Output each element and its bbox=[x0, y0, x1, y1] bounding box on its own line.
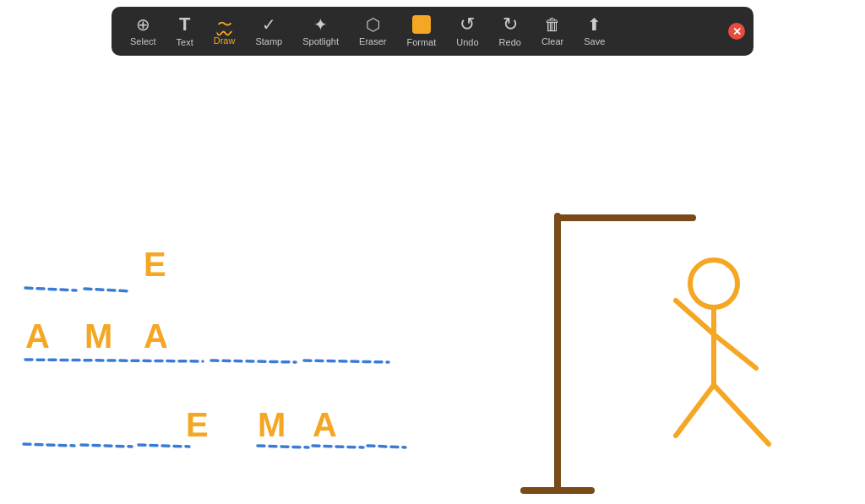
svg-point-14 bbox=[690, 260, 737, 307]
letter-A-row3: A bbox=[313, 406, 339, 444]
svg-line-5 bbox=[24, 444, 74, 446]
canvas-area[interactable]: E A M A E M A bbox=[0, 56, 865, 495]
svg-line-17 bbox=[714, 334, 756, 368]
svg-line-19 bbox=[714, 385, 769, 444]
letter-E-row1: E bbox=[144, 246, 168, 284]
letter-A2-row2: A bbox=[144, 317, 170, 355]
undo-icon: ↺ bbox=[460, 15, 475, 34]
drawing-svg bbox=[0, 56, 865, 495]
tool-draw-label: Draw bbox=[214, 35, 236, 46]
letter-A-row2: A bbox=[25, 317, 52, 355]
redo-icon: ↻ bbox=[503, 15, 518, 34]
svg-line-18 bbox=[676, 385, 714, 436]
stamp-icon: ✓ bbox=[262, 16, 276, 33]
tool-text[interactable]: T Text bbox=[166, 12, 204, 51]
svg-line-2 bbox=[25, 360, 203, 361]
svg-line-1 bbox=[84, 289, 131, 291]
eraser-icon: ⬡ bbox=[366, 16, 380, 33]
svg-line-6 bbox=[81, 445, 132, 447]
tool-format[interactable]: Format bbox=[396, 12, 446, 51]
svg-line-8 bbox=[258, 446, 308, 447]
tool-select[interactable]: ⊕ Select bbox=[120, 13, 166, 50]
save-icon: ⬆ bbox=[587, 16, 601, 33]
svg-line-9 bbox=[313, 446, 363, 447]
letter-M-row2: M bbox=[84, 317, 114, 355]
tool-format-label: Format bbox=[406, 37, 436, 47]
tool-draw[interactable]: 〜 Draw bbox=[204, 14, 246, 49]
tool-save-label: Save bbox=[584, 36, 605, 46]
tool-clear-label: Clear bbox=[541, 36, 563, 46]
tool-eraser[interactable]: ⬡ Eraser bbox=[349, 13, 396, 50]
svg-line-7 bbox=[139, 445, 189, 447]
draw-icon: 〜 bbox=[217, 17, 232, 32]
tool-stamp[interactable]: ✓ Stamp bbox=[245, 13, 292, 50]
tool-text-label: Text bbox=[177, 37, 193, 47]
tool-clear[interactable]: 🗑 Clear bbox=[531, 13, 574, 50]
svg-line-10 bbox=[367, 446, 405, 447]
close-button[interactable]: ✕ bbox=[728, 23, 745, 40]
letter-M-row3: M bbox=[258, 406, 287, 444]
tool-save[interactable]: ⬆ Save bbox=[574, 13, 615, 50]
tool-undo[interactable]: ↺ Undo bbox=[446, 12, 488, 51]
svg-line-3 bbox=[211, 360, 296, 362]
tool-spotlight-label: Spotlight bbox=[302, 36, 339, 46]
tool-redo[interactable]: ↻ Redo bbox=[489, 12, 531, 51]
tool-redo-label: Redo bbox=[499, 37, 521, 47]
tool-eraser-label: Eraser bbox=[359, 36, 386, 46]
select-icon: ⊕ bbox=[136, 16, 150, 33]
tool-spotlight[interactable]: ✦ Spotlight bbox=[292, 13, 349, 50]
svg-line-0 bbox=[25, 288, 76, 290]
clear-icon: 🗑 bbox=[544, 16, 561, 33]
spotlight-icon: ✦ bbox=[313, 16, 328, 33]
letter-E-row3: E bbox=[186, 406, 210, 444]
toolbar: ⊕ Select T Text 〜 Draw ✓ Stamp ✦ Spotlig… bbox=[112, 7, 753, 56]
tool-undo-label: Undo bbox=[456, 37, 478, 47]
svg-line-4 bbox=[304, 360, 389, 362]
format-icon bbox=[412, 15, 431, 34]
tool-select-label: Select bbox=[130, 36, 156, 46]
text-icon: T bbox=[179, 15, 190, 34]
tool-stamp-label: Stamp bbox=[255, 36, 282, 46]
